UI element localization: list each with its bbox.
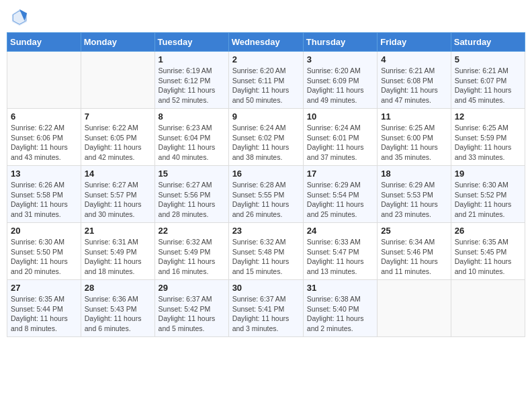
calendar-cell: 8Sunrise: 6:23 AM Sunset: 6:04 PMDayligh… xyxy=(154,109,228,166)
day-number: 22 xyxy=(159,226,225,236)
calendar-cell xyxy=(451,280,525,337)
day-number: 18 xyxy=(381,169,447,179)
calendar-week-3: 13Sunrise: 6:26 AM Sunset: 5:58 PMDaylig… xyxy=(7,166,525,223)
day-number: 1 xyxy=(159,54,225,64)
calendar-week-1: 1Sunrise: 6:19 AM Sunset: 6:12 PMDayligh… xyxy=(7,52,525,109)
day-info: Sunrise: 6:22 AM Sunset: 6:06 PMDaylight… xyxy=(11,123,77,163)
day-number: 10 xyxy=(307,111,373,122)
day-number: 16 xyxy=(232,169,300,179)
calendar-cell: 18Sunrise: 6:29 AM Sunset: 5:53 PMDaylig… xyxy=(378,166,451,223)
calendar-cell: 5Sunrise: 6:21 AM Sunset: 6:07 PMDayligh… xyxy=(451,52,525,109)
day-number: 9 xyxy=(232,111,300,122)
calendar-cell: 28Sunrise: 6:36 AM Sunset: 5:43 PMDaylig… xyxy=(81,280,154,337)
weekday-header-saturday: Saturday xyxy=(451,33,525,52)
day-info: Sunrise: 6:24 AM Sunset: 6:01 PMDaylight… xyxy=(307,123,373,163)
day-info: Sunrise: 6:21 AM Sunset: 6:07 PMDaylight… xyxy=(455,66,521,105)
day-number: 30 xyxy=(232,283,300,293)
day-info: Sunrise: 6:27 AM Sunset: 5:56 PMDaylight… xyxy=(159,180,225,220)
calendar-cell xyxy=(81,52,154,109)
day-number: 31 xyxy=(307,283,373,293)
logo xyxy=(9,7,32,27)
page-header xyxy=(7,7,525,27)
calendar-week-4: 20Sunrise: 6:30 AM Sunset: 5:50 PMDaylig… xyxy=(7,223,525,280)
day-number: 24 xyxy=(307,226,373,236)
weekday-header-wednesday: Wednesday xyxy=(228,33,303,52)
day-info: Sunrise: 6:29 AM Sunset: 5:53 PMDaylight… xyxy=(381,180,447,220)
calendar-cell: 30Sunrise: 6:37 AM Sunset: 5:41 PMDaylig… xyxy=(228,280,303,337)
day-info: Sunrise: 6:30 AM Sunset: 5:52 PMDaylight… xyxy=(455,180,521,220)
weekday-header-friday: Friday xyxy=(378,33,451,52)
day-info: Sunrise: 6:29 AM Sunset: 5:54 PMDaylight… xyxy=(307,180,373,220)
day-info: Sunrise: 6:19 AM Sunset: 6:12 PMDaylight… xyxy=(159,66,225,105)
day-info: Sunrise: 6:30 AM Sunset: 5:50 PMDaylight… xyxy=(11,237,77,277)
day-number: 27 xyxy=(11,283,77,293)
calendar-cell: 20Sunrise: 6:30 AM Sunset: 5:50 PMDaylig… xyxy=(7,223,81,280)
calendar-cell: 29Sunrise: 6:37 AM Sunset: 5:42 PMDaylig… xyxy=(154,280,228,337)
day-info: Sunrise: 6:26 AM Sunset: 5:58 PMDaylight… xyxy=(11,180,77,220)
calendar-cell: 7Sunrise: 6:22 AM Sunset: 6:05 PMDayligh… xyxy=(81,109,154,166)
day-number: 3 xyxy=(307,54,373,64)
calendar-cell: 15Sunrise: 6:27 AM Sunset: 5:56 PMDaylig… xyxy=(154,166,228,223)
day-number: 28 xyxy=(85,283,151,293)
weekday-header-sunday: Sunday xyxy=(7,33,81,52)
calendar-cell: 25Sunrise: 6:34 AM Sunset: 5:46 PMDaylig… xyxy=(378,223,451,280)
calendar-cell: 2Sunrise: 6:20 AM Sunset: 6:11 PMDayligh… xyxy=(228,52,303,109)
day-info: Sunrise: 6:20 AM Sunset: 6:11 PMDaylight… xyxy=(232,66,300,105)
calendar-cell: 16Sunrise: 6:28 AM Sunset: 5:55 PMDaylig… xyxy=(228,166,303,223)
day-number: 19 xyxy=(455,169,521,179)
day-info: Sunrise: 6:37 AM Sunset: 5:42 PMDaylight… xyxy=(159,294,225,334)
calendar-cell: 22Sunrise: 6:32 AM Sunset: 5:49 PMDaylig… xyxy=(154,223,228,280)
day-info: Sunrise: 6:21 AM Sunset: 6:08 PMDaylight… xyxy=(381,66,447,105)
day-info: Sunrise: 6:34 AM Sunset: 5:46 PMDaylight… xyxy=(381,237,447,277)
calendar-cell: 21Sunrise: 6:31 AM Sunset: 5:49 PMDaylig… xyxy=(81,223,154,280)
day-info: Sunrise: 6:24 AM Sunset: 6:02 PMDaylight… xyxy=(232,123,300,163)
day-number: 17 xyxy=(307,169,373,179)
calendar-cell xyxy=(378,280,451,337)
calendar-cell: 19Sunrise: 6:30 AM Sunset: 5:52 PMDaylig… xyxy=(451,166,525,223)
calendar-cell: 14Sunrise: 6:27 AM Sunset: 5:57 PMDaylig… xyxy=(81,166,154,223)
day-number: 12 xyxy=(455,111,521,122)
weekday-header-monday: Monday xyxy=(81,33,154,52)
day-info: Sunrise: 6:32 AM Sunset: 5:49 PMDaylight… xyxy=(159,237,225,277)
calendar-cell: 12Sunrise: 6:25 AM Sunset: 5:59 PMDaylig… xyxy=(451,109,525,166)
day-info: Sunrise: 6:35 AM Sunset: 5:45 PMDaylight… xyxy=(455,237,521,277)
day-number: 5 xyxy=(455,54,521,64)
calendar-week-5: 27Sunrise: 6:35 AM Sunset: 5:44 PMDaylig… xyxy=(7,280,525,337)
calendar-cell: 31Sunrise: 6:38 AM Sunset: 5:40 PMDaylig… xyxy=(303,280,377,337)
calendar-cell: 3Sunrise: 6:20 AM Sunset: 6:09 PMDayligh… xyxy=(303,52,377,109)
day-info: Sunrise: 6:23 AM Sunset: 6:04 PMDaylight… xyxy=(159,123,225,163)
day-number: 7 xyxy=(85,111,151,122)
day-number: 4 xyxy=(381,54,447,64)
day-number: 25 xyxy=(381,226,447,236)
day-number: 13 xyxy=(11,169,77,179)
day-info: Sunrise: 6:38 AM Sunset: 5:40 PMDaylight… xyxy=(307,294,373,334)
day-info: Sunrise: 6:27 AM Sunset: 5:57 PMDaylight… xyxy=(85,180,151,220)
day-info: Sunrise: 6:37 AM Sunset: 5:41 PMDaylight… xyxy=(232,294,300,334)
day-number: 2 xyxy=(232,54,300,64)
day-number: 20 xyxy=(11,226,77,236)
calendar-week-2: 6Sunrise: 6:22 AM Sunset: 6:06 PMDayligh… xyxy=(7,109,525,166)
weekday-header-thursday: Thursday xyxy=(303,33,377,52)
calendar-cell: 24Sunrise: 6:33 AM Sunset: 5:47 PMDaylig… xyxy=(303,223,377,280)
day-info: Sunrise: 6:36 AM Sunset: 5:43 PMDaylight… xyxy=(85,294,151,334)
day-number: 8 xyxy=(159,111,225,122)
calendar-cell: 4Sunrise: 6:21 AM Sunset: 6:08 PMDayligh… xyxy=(378,52,451,109)
weekday-header-tuesday: Tuesday xyxy=(154,33,228,52)
calendar-header: SundayMondayTuesdayWednesdayThursdayFrid… xyxy=(7,33,525,52)
calendar-cell: 23Sunrise: 6:32 AM Sunset: 5:48 PMDaylig… xyxy=(228,223,303,280)
day-info: Sunrise: 6:22 AM Sunset: 6:05 PMDaylight… xyxy=(85,123,151,163)
day-number: 21 xyxy=(85,226,151,236)
calendar-cell: 17Sunrise: 6:29 AM Sunset: 5:54 PMDaylig… xyxy=(303,166,377,223)
day-number: 29 xyxy=(159,283,225,293)
day-info: Sunrise: 6:35 AM Sunset: 5:44 PMDaylight… xyxy=(11,294,77,334)
day-info: Sunrise: 6:20 AM Sunset: 6:09 PMDaylight… xyxy=(307,66,373,105)
calendar-cell: 6Sunrise: 6:22 AM Sunset: 6:06 PMDayligh… xyxy=(7,109,81,166)
logo-icon xyxy=(9,7,30,27)
day-number: 14 xyxy=(85,169,151,179)
day-info: Sunrise: 6:31 AM Sunset: 5:49 PMDaylight… xyxy=(85,237,151,277)
calendar-cell: 11Sunrise: 6:25 AM Sunset: 6:00 PMDaylig… xyxy=(378,109,451,166)
day-info: Sunrise: 6:25 AM Sunset: 6:00 PMDaylight… xyxy=(381,123,447,163)
weekday-row: SundayMondayTuesdayWednesdayThursdayFrid… xyxy=(7,33,525,52)
calendar-cell: 9Sunrise: 6:24 AM Sunset: 6:02 PMDayligh… xyxy=(228,109,303,166)
calendar-cell: 10Sunrise: 6:24 AM Sunset: 6:01 PMDaylig… xyxy=(303,109,377,166)
